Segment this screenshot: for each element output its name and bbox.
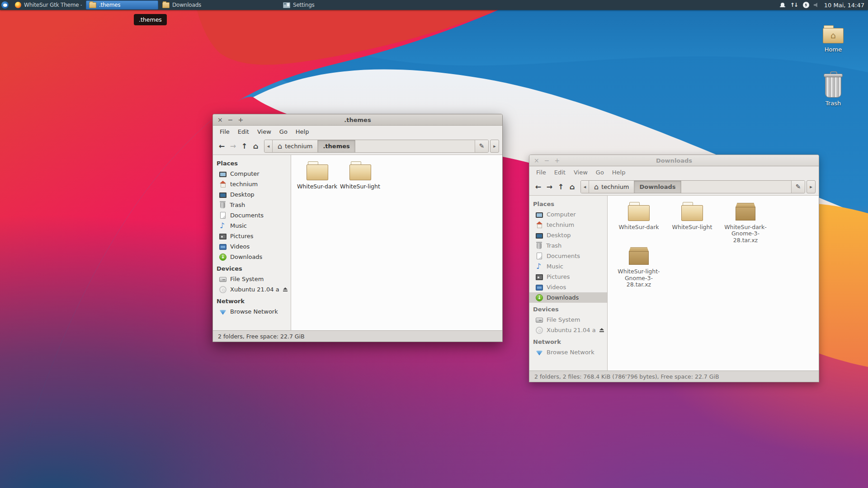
sidebar-item-videos[interactable]: Videos: [529, 282, 607, 292]
sidebar-section-places: Places: [529, 197, 607, 209]
path-button-home[interactable]: technium: [273, 140, 318, 152]
sidebar-item-desktop[interactable]: Desktop: [213, 189, 291, 200]
sidebar-item-pictures[interactable]: Pictures: [529, 272, 607, 282]
menu-item-view[interactable]: View: [570, 167, 592, 178]
sidebar-item-computer[interactable]: Computer: [529, 209, 607, 220]
file-WhiteSur-dark[interactable]: WhiteSur-dark: [612, 201, 665, 244]
sidebar-item-network[interactable]: Browse Network: [529, 347, 607, 357]
window-title: Downloads: [529, 157, 819, 164]
up-icon[interactable]: [555, 181, 566, 192]
maximize-button[interactable]: +: [554, 157, 560, 164]
sidebar-section-devices: Devices: [529, 303, 607, 314]
sidebar-item-label: technium: [547, 221, 574, 228]
close-button[interactable]: ×: [217, 117, 223, 123]
sidebar-item-volume[interactable]: Xubuntu 21.04 am...: [213, 284, 291, 295]
file-WhiteSur-dark-Gnome-3-28.tar.xz[interactable]: WhiteSur-dark-Gnome-3-28.tar.xz: [719, 201, 772, 244]
menu-item-file[interactable]: File: [532, 167, 550, 178]
sidebar-item-trash[interactable]: Trash: [529, 240, 607, 251]
sidebar-item-videos[interactable]: Videos: [213, 241, 291, 252]
sidebar-item-documents[interactable]: Documents: [529, 251, 607, 261]
sidebar-item-desktop[interactable]: Desktop: [529, 230, 607, 240]
minimize-button[interactable]: −: [228, 117, 233, 123]
path-button-current[interactable]: .themes: [318, 140, 355, 152]
back-icon[interactable]: [533, 181, 544, 192]
path-button-current[interactable]: Downloads: [634, 181, 681, 193]
music-icon: [219, 222, 226, 230]
menu-item-go[interactable]: Go: [592, 167, 608, 178]
status-text: 2 folders, 2 files: 768.4 KiB (786'796 b…: [534, 373, 719, 380]
file-WhiteSur-light[interactable]: WhiteSur-light: [339, 160, 382, 190]
taskbar-item-themes[interactable]: .themes: [86, 0, 158, 9]
videos-icon: [536, 285, 543, 291]
file-WhiteSur-light-Gnome-3-28.tar.xz[interactable]: WhiteSur-light-Gnome-3-28.tar.xz: [612, 245, 665, 288]
path-scroll-left-icon[interactable]: [581, 181, 589, 193]
maximize-button[interactable]: +: [238, 117, 243, 123]
menu-item-go[interactable]: Go: [275, 127, 292, 137]
power-icon[interactable]: [803, 2, 809, 8]
volume-muted-icon[interactable]: [814, 2, 820, 8]
sidebar-item-pictures[interactable]: Pictures: [213, 231, 291, 241]
desktop-icon-home[interactable]: ⌂ Home: [811, 25, 856, 53]
menu-item-edit[interactable]: Edit: [234, 127, 253, 137]
sidebar-item-label: Documents: [547, 253, 580, 259]
network-arrows-icon[interactable]: ↑↓: [790, 2, 798, 8]
menu-item-help[interactable]: Help: [292, 127, 313, 137]
sidebar-item-volume[interactable]: Xubuntu 21.04 am...: [529, 325, 607, 335]
top-panel: WhiteSur Gtk Theme - pling.....themesDow…: [0, 0, 868, 10]
sidebar-item-filesystem[interactable]: File System: [213, 274, 291, 284]
desktop-icon-trash[interactable]: Trash: [811, 74, 856, 107]
menu-item-view[interactable]: View: [253, 127, 275, 137]
applications-menu-button[interactable]: [0, 0, 10, 10]
taskbar-item-downloads[interactable]: Downloads: [160, 0, 232, 9]
back-icon[interactable]: [216, 140, 227, 152]
file-WhiteSur-light[interactable]: WhiteSur-light: [665, 201, 719, 244]
minimize-button[interactable]: −: [544, 157, 550, 164]
home-icon[interactable]: [566, 181, 578, 192]
menu-item-help[interactable]: Help: [608, 167, 630, 178]
status-bar: 2 folders, 2 files: 768.4 KiB (786'796 b…: [529, 371, 819, 382]
eject-icon[interactable]: [599, 328, 604, 332]
sidebar-item-computer[interactable]: Computer: [213, 169, 291, 179]
sidebar-item-label: Xubuntu 21.04 am...: [547, 327, 595, 333]
path-scroll-left-icon[interactable]: [264, 140, 273, 152]
bell-icon[interactable]: [779, 2, 786, 8]
file-view[interactable]: WhiteSur-darkWhiteSur-light: [291, 155, 502, 330]
file-view[interactable]: WhiteSur-darkWhiteSur-lightWhiteSur-dark…: [608, 196, 819, 371]
sidebar-item-network[interactable]: Browse Network: [213, 306, 291, 317]
folder-icon: [306, 160, 329, 181]
computer-icon: [536, 212, 543, 218]
window-buttons: × − +: [534, 155, 560, 166]
sidebar-item-filesystem[interactable]: File System: [529, 314, 607, 325]
titlebar[interactable]: × − + .themes: [213, 114, 502, 126]
sidebar-item-trash[interactable]: Trash: [213, 200, 291, 210]
sidebar-item-music[interactable]: Music: [213, 221, 291, 231]
sidebar-item-music[interactable]: Music: [529, 261, 607, 272]
sidebar-item-downloads[interactable]: Downloads: [529, 292, 607, 303]
path-button-home[interactable]: technium: [589, 181, 634, 193]
forward-icon[interactable]: [227, 140, 239, 152]
sidebar-item-documents[interactable]: Documents: [213, 210, 291, 221]
window-content: PlacesComputertechniumDesktopTrashDocume…: [213, 155, 502, 330]
close-button[interactable]: ×: [534, 157, 539, 164]
up-icon[interactable]: [239, 140, 250, 152]
menu-item-edit[interactable]: Edit: [550, 167, 570, 178]
archive-icon: [734, 201, 757, 222]
file-WhiteSur-dark[interactable]: WhiteSur-dark: [296, 160, 339, 190]
sidebar-item-technium[interactable]: technium: [213, 179, 291, 189]
panel-clock[interactable]: 10 Mai, 14:47: [824, 2, 868, 9]
titlebar[interactable]: × − + Downloads: [529, 155, 819, 166]
sidebar-item-downloads[interactable]: Downloads: [213, 252, 291, 262]
task-label: Downloads: [172, 2, 201, 8]
menu-item-file[interactable]: File: [216, 127, 234, 137]
home-icon: [536, 221, 543, 229]
home-icon[interactable]: [250, 140, 261, 152]
path-edit-icon[interactable]: [475, 140, 488, 152]
taskbar-item-settings[interactable]: Settings: [280, 0, 353, 9]
sidebar-item-technium[interactable]: technium: [529, 220, 607, 230]
taskbar-item-firefox[interactable]: WhiteSur Gtk Theme - pling....: [12, 0, 85, 9]
eject-icon[interactable]: [283, 287, 287, 291]
forward-icon[interactable]: [544, 181, 555, 192]
path-scroll-right-icon[interactable]: [807, 180, 816, 193]
path-scroll-right-icon[interactable]: [490, 140, 499, 153]
path-edit-icon[interactable]: [791, 181, 805, 193]
